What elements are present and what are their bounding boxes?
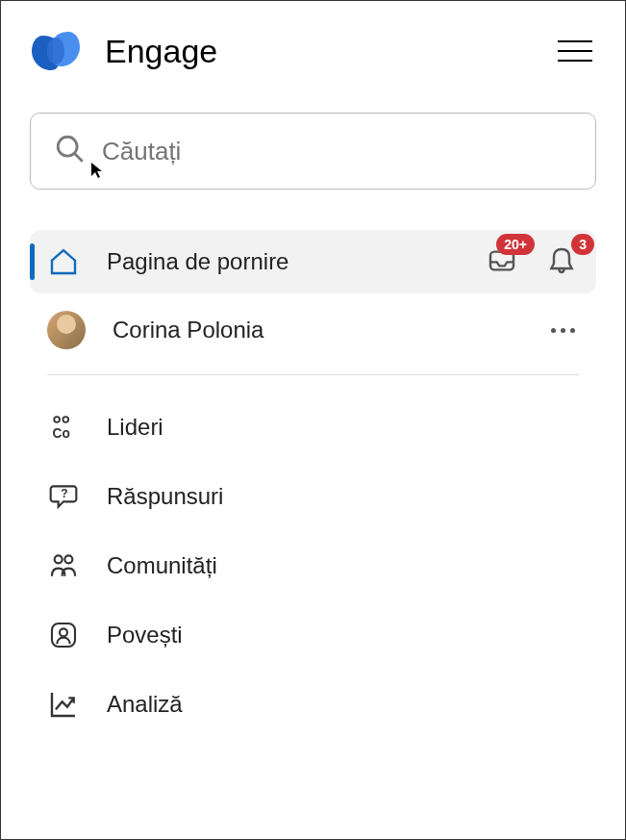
home-right-icons: 20+ 3	[487, 245, 579, 278]
stories-icon	[47, 619, 80, 651]
inbox-badge: 20+	[496, 234, 535, 255]
header: Engage	[30, 28, 596, 74]
search-input[interactable]	[102, 137, 572, 166]
svg-point-3	[54, 417, 60, 422]
nav-item-answers[interactable]: ? Răspunsuri	[30, 462, 596, 531]
nav-home-label: Pagina de pornire	[107, 248, 460, 275]
svg-point-8	[64, 555, 72, 563]
svg-point-10	[60, 628, 67, 636]
search-box[interactable]	[30, 113, 596, 190]
nav-answers-label: Răspunsuri	[107, 483, 579, 510]
communities-icon	[47, 549, 80, 582]
brand: Engage	[30, 28, 217, 74]
nav-item-home[interactable]: Pagina de pornire 20+ 3	[30, 230, 596, 293]
app-title: Engage	[105, 33, 217, 70]
cursor-icon	[90, 162, 104, 182]
divider	[47, 374, 579, 375]
user-row[interactable]: Corina Polonia	[30, 293, 596, 367]
svg-point-0	[58, 137, 77, 156]
menu-icon[interactable]	[554, 37, 596, 65]
nav-list: Co Lideri ? Răspunsuri	[30, 393, 596, 739]
svg-line-1	[74, 153, 83, 162]
analytics-icon	[47, 688, 80, 721]
svg-point-4	[63, 417, 68, 422]
nav-communities-label: Comunități	[107, 552, 579, 579]
svg-rect-9	[52, 624, 75, 647]
notifications-badge: 3	[571, 234, 594, 255]
svg-point-7	[55, 555, 63, 563]
nav-item-leaders[interactable]: Co Lideri	[30, 393, 596, 462]
inbox-button[interactable]: 20+	[487, 245, 519, 278]
user-name: Corina Polonia	[113, 317, 520, 344]
app-logo-icon	[30, 28, 82, 74]
home-icon	[47, 245, 80, 278]
svg-text:Co: Co	[53, 426, 70, 441]
nav-leaders-label: Lideri	[107, 414, 579, 441]
answers-icon: ?	[47, 480, 80, 513]
nav-stories-label: Povești	[107, 622, 579, 649]
search-icon	[54, 133, 87, 169]
leaders-icon: Co	[47, 411, 80, 444]
avatar	[47, 311, 86, 349]
nav-item-communities[interactable]: Comunități	[30, 531, 596, 600]
more-icon[interactable]	[547, 324, 579, 337]
nav-item-analytics[interactable]: Analiză	[30, 670, 596, 739]
nav-analytics-label: Analiză	[107, 691, 579, 718]
notifications-button[interactable]: 3	[546, 245, 579, 278]
svg-text:?: ?	[61, 487, 67, 500]
nav-item-stories[interactable]: Povești	[30, 600, 596, 670]
